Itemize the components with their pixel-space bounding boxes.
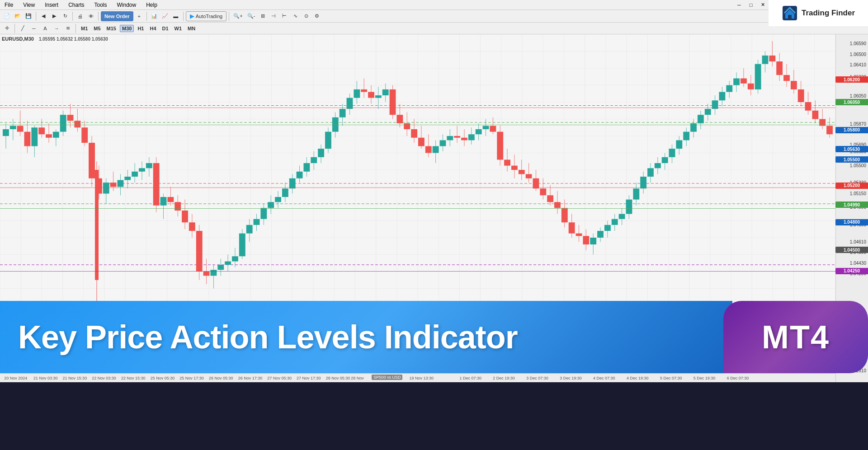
tf-m5[interactable]: M5 [91,25,103,32]
logo-text: Trading Finder [802,9,855,18]
price-1.04430: 1.04430 [850,261,866,266]
chart-type-btn[interactable]: 📊 [149,11,159,21]
auto-trading-label: AutoTrading [196,14,223,19]
badge-blue-4: 1.04800 [835,219,868,225]
svg-rect-1 [788,15,792,19]
price-1.06410: 1.06410 [850,62,866,67]
price-1.05500: 1.05500 [850,163,866,168]
badge-green-1: 1.06050 [835,99,868,105]
menu-insert[interactable]: Insert [42,0,61,9]
price-1.04610: 1.04610 [850,239,866,244]
price-1.06500: 1.06500 [850,52,866,57]
badge-blue-1: 1.05800 [835,127,868,133]
tf-m1[interactable]: M1 [79,25,90,32]
main-toolbar: 📄 📂 💾 ◀ ▶ ↻ 🖨 👁 New Order + 📊 📈 ▬ ▶ Auto… [0,10,868,23]
banner-blue-section: Key Price Action Levels Indicator [0,301,732,373]
indicators-btn[interactable]: ∿ [290,11,300,21]
maximize-button[interactable]: □ [745,0,757,10]
badge-blue-2: 1.05630 [835,146,868,152]
menu-file[interactable]: File [2,0,16,9]
banner-title: Key Price Action Levels Indicator [18,319,518,356]
scroll-right-btn[interactable]: ⊢ [279,11,289,21]
fit-button[interactable]: ⊞ [258,11,268,21]
price-1.06590: 1.06590 [850,41,866,46]
zoom-out-button[interactable]: 🔍- [245,11,257,21]
tf-m15[interactable]: M15 [104,25,118,32]
text-tool[interactable]: A [40,23,50,33]
menu-help[interactable]: Help [143,0,160,9]
badge-gray-1: 1.04500 [835,247,868,253]
sep3 [98,12,99,21]
dsep2 [75,24,76,33]
scroll-left-btn[interactable]: ⊣ [269,11,278,21]
line-tool[interactable]: ╱ [18,23,28,33]
window-controls: ─ □ ✕ [733,0,769,10]
sep4 [146,12,147,21]
banner-platform: MT4 [762,319,830,356]
templates-btn[interactable]: ⊙ [301,11,311,21]
save-button[interactable]: 💾 [24,11,33,21]
resistance-line-2 [0,188,835,188]
hline-tool[interactable]: ─ [29,23,39,33]
tf-d1[interactable]: D1 [160,25,171,32]
sep5 [183,12,184,21]
new-order-button[interactable]: New Order [101,11,133,21]
badge-purple-1: 1.04250 [835,268,868,274]
fib-tool[interactable]: ≋ [63,23,73,33]
tf-mn[interactable]: MN [185,25,198,32]
price-display: 1.05595 1.05632 1.05580 1.05630 [39,37,108,42]
settings-btn2[interactable]: ⚙ [312,11,322,21]
price-1.06050: 1.06050 [850,94,866,98]
zoom-in-button[interactable]: 🔍+ [231,11,244,21]
tf-h4[interactable]: H4 [147,25,158,32]
auto-trading-button[interactable]: ▶ AutoTrading [186,11,227,21]
minimize-button[interactable]: ─ [733,0,745,10]
bottom-banner: Key Price Action Levels Indicator MT4 [0,292,868,382]
purple-line [0,271,835,272]
banner-purple-section: MT4 [723,301,868,373]
support-line-2 [0,208,835,209]
chart-type3-btn[interactable]: ▬ [171,11,181,21]
new-chart-button[interactable]: 📄 [2,11,12,21]
resistance-line-1 [0,108,835,108]
menu-tools[interactable]: Tools [92,0,110,9]
arrow-tool[interactable]: → [52,23,61,33]
order-icon[interactable]: + [134,11,144,21]
price-1.05870: 1.05870 [850,122,866,127]
trading-finder-logo: Trading Finder [769,0,868,26]
sep1 [36,12,36,21]
logo-icon [782,5,798,21]
badge-green-2: 1.04990 [835,202,868,208]
forward-button[interactable]: ▶ [49,11,59,21]
tf-h1[interactable]: H1 [135,25,146,32]
crosshair-tool[interactable]: ✛ [2,23,12,33]
sep6 [229,12,229,21]
refresh-button[interactable]: ↻ [60,11,70,21]
back-button[interactable]: ◀ [38,11,48,21]
menu-window[interactable]: Window [114,0,139,9]
badge-red-2: 1.05200 [835,183,868,189]
open-button[interactable]: 📂 [13,11,23,21]
chart-type2-btn[interactable]: 📈 [160,11,170,21]
support-line-1 [0,125,835,125]
dsep1 [14,24,15,33]
sep2 [72,12,73,21]
badge-blue-3: 1.05500 [835,156,868,163]
menu-view[interactable]: View [20,0,38,9]
symbol-label: EURUSD,M30 1.05595 1.05632 1.05580 1.056… [2,36,108,42]
tf-m30[interactable]: M30 [120,25,134,32]
print-button[interactable]: 🖨 [75,11,85,21]
badge-red-1: 1.06200 [835,76,868,83]
menu-charts[interactable]: Charts [66,0,87,9]
close-button[interactable]: ✕ [757,0,769,10]
tf-w1[interactable]: W1 [172,25,184,32]
price-1.05150: 1.05150 [850,191,866,196]
chart-area[interactable]: EURUSD,M30 1.05595 1.05632 1.05580 1.056… [0,34,868,382]
drawing-toolbar: ✛ ╱ ─ A → ≋ M1 M5 M15 M30 H1 H4 D1 W1 MN [0,23,868,34]
print-preview-button[interactable]: 👁 [86,11,96,21]
